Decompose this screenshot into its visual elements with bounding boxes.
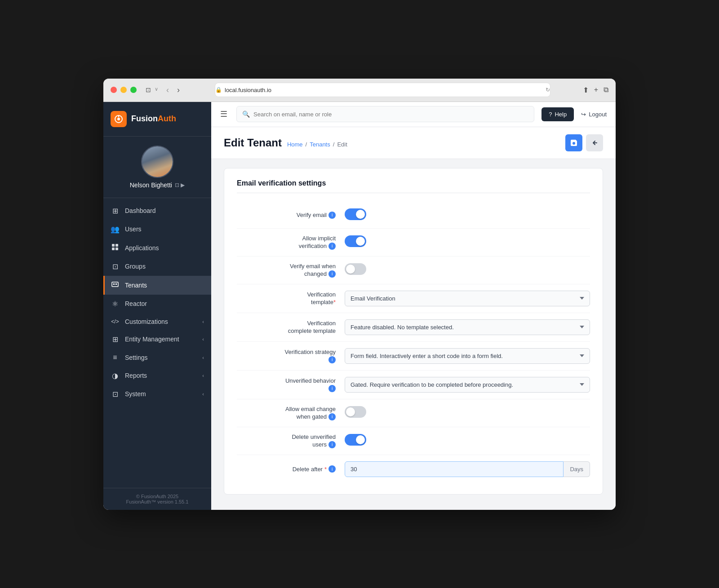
help-button[interactable]: ? Help — [541, 107, 574, 121]
search-input[interactable] — [253, 111, 528, 118]
unverified-behavior-info-icon[interactable]: i — [328, 385, 336, 392]
url-text: local.fusionauth.io — [225, 87, 271, 93]
allow-email-change-row: Allow email change when gated i — [237, 399, 590, 427]
sidebar-logo: FusionAuth — [103, 102, 211, 137]
search-box: 🔍 — [236, 106, 534, 122]
verification-template-select[interactable]: Email Verification — [345, 291, 590, 306]
customizations-icon: </> — [111, 318, 120, 325]
allow-implicit-label: Allow implicit verification i — [237, 235, 336, 250]
verification-complete-template-label: Verification complete template — [237, 320, 336, 334]
sidebar-item-entity-management[interactable]: ⊞ Entity Management ‹ — [103, 330, 211, 349]
maximize-button[interactable] — [130, 87, 137, 93]
back-button[interactable] — [586, 134, 603, 151]
sidebar-item-groups[interactable]: ⊡ Groups — [103, 257, 211, 276]
sidebar-item-label: Reactor — [125, 300, 147, 307]
verification-strategy-row: Verification strategy i Form field. Inte… — [237, 342, 590, 371]
delete-after-row: Delete after* i Days — [237, 455, 590, 483]
sidebar-item-label: Users — [125, 225, 142, 233]
breadcrumb-home[interactable]: Home — [287, 141, 303, 148]
allow-implicit-control — [345, 235, 590, 249]
breadcrumb-sep2: / — [333, 141, 335, 148]
save-button[interactable] — [565, 134, 582, 151]
logout-button[interactable]: ↪ Logout — [581, 111, 607, 118]
verification-template-select-wrapper: Email Verification — [345, 291, 590, 306]
verify-email-info-icon[interactable]: i — [328, 212, 336, 219]
traffic-lights — [111, 87, 137, 93]
chevron-icon: ‹ — [202, 391, 204, 397]
sidebar-item-label: Groups — [125, 263, 146, 270]
sidebar-nav: ⊞ Dashboard 👥 Users — [103, 198, 211, 488]
allow-email-change-toggle[interactable] — [345, 406, 366, 418]
verification-complete-template-select[interactable]: Feature disabled. No template selected. — [345, 319, 590, 335]
delete-after-info-icon[interactable]: i — [328, 465, 336, 473]
url-bar[interactable]: 🔒 local.fusionauth.io ↻ — [215, 83, 550, 97]
delete-after-control: Days — [345, 461, 590, 477]
sidebar-item-customizations[interactable]: </> Customizations ‹ — [103, 313, 211, 330]
delete-unverified-toggle[interactable] — [345, 434, 366, 446]
svg-rect-9 — [115, 283, 117, 285]
delete-after-input-group: Days — [345, 461, 590, 477]
allow-implicit-row: Allow implicit verification i — [237, 229, 590, 256]
section-title: Email verification settings — [237, 179, 590, 193]
page-header: Edit Tenant Home / Tenants / Edit — [211, 127, 616, 159]
sidebar-item-users[interactable]: 👥 Users — [103, 220, 211, 239]
sidebar-item-dashboard[interactable]: ⊞ Dashboard — [103, 202, 211, 220]
share-icon[interactable]: ⬆ — [583, 86, 589, 94]
delete-after-input[interactable] — [345, 461, 564, 477]
breadcrumb-tenants[interactable]: Tenants — [310, 141, 330, 148]
settings-icon: ≡ — [111, 354, 120, 362]
tenants-icon — [111, 281, 120, 290]
svg-point-1 — [117, 118, 120, 120]
verify-email-changed-row: Verify email when changed i — [237, 256, 590, 284]
sidebar-item-applications[interactable]: Applications — [103, 239, 211, 257]
back-nav-button[interactable]: ‹ — [164, 84, 172, 96]
sidebar-item-label: Applications — [125, 244, 159, 252]
verify-email-changed-control — [345, 263, 590, 277]
sidebar-item-label: Settings — [125, 354, 148, 361]
sidebar-item-label: Entity Management — [125, 336, 179, 343]
verify-email-changed-info-icon[interactable]: i — [328, 270, 336, 278]
delete-unverified-control — [345, 434, 590, 447]
allow-implicit-info-icon[interactable]: i — [328, 243, 336, 250]
user-name-display: Nelson Bighetti ⊡ ▶ — [130, 181, 185, 189]
help-icon: ? — [549, 111, 552, 118]
allow-email-change-info-icon[interactable]: i — [328, 413, 336, 420]
sidebar-item-tenants[interactable]: Tenants — [103, 276, 211, 295]
page-title: Edit Tenant — [224, 137, 282, 149]
allow-implicit-toggle[interactable] — [345, 235, 366, 247]
sidebar-item-reactor[interactable]: ⚛ Reactor — [103, 295, 211, 313]
chevron-icon: ‹ — [202, 319, 204, 324]
delete-unverified-info-icon[interactable]: i — [328, 441, 336, 448]
page-actions — [565, 134, 603, 151]
sidebar-item-system[interactable]: ⊡ System ‹ — [103, 385, 211, 403]
url-refresh-icon[interactable]: ↻ — [546, 87, 550, 93]
verification-strategy-select[interactable]: Form field. Interactively enter a short … — [345, 348, 590, 364]
logout-icon: ↪ — [581, 111, 586, 118]
verification-complete-template-row: Verification complete template Feature d… — [237, 313, 590, 342]
minimize-button[interactable] — [120, 87, 127, 93]
logo-text: FusionAuth — [131, 114, 176, 124]
close-button[interactable] — [111, 87, 117, 93]
sidebar-item-reports[interactable]: ◑ Reports ‹ — [103, 367, 211, 385]
user-icons: ⊡ ▶ — [175, 182, 185, 188]
sidebar-item-label: Tenants — [125, 282, 147, 289]
sidebar-user: Nelson Bighetti ⊡ ▶ — [103, 137, 211, 198]
svg-rect-3 — [112, 244, 115, 247]
breadcrumb: Home / Tenants / Edit — [287, 141, 347, 148]
users-icon: 👥 — [111, 225, 120, 234]
verify-email-toggle[interactable] — [345, 208, 366, 220]
tabs-icon[interactable]: ⧉ — [604, 86, 608, 94]
menu-icon[interactable]: ☰ — [220, 109, 227, 119]
verify-email-changed-toggle[interactable] — [345, 263, 366, 275]
verify-email-control — [345, 208, 590, 222]
new-tab-icon[interactable]: + — [594, 86, 598, 94]
verification-strategy-info-icon[interactable]: i — [328, 356, 336, 363]
verification-template-row: Verification template* Email Verificatio… — [237, 284, 590, 313]
reactor-icon: ⚛ — [111, 300, 120, 308]
sidebar-toggle[interactable]: ⊡ ∨ — [146, 86, 158, 93]
delete-unverified-row: Delete unverified users i — [237, 427, 590, 455]
unverified-behavior-select[interactable]: Gated. Require verification to be comple… — [345, 377, 590, 393]
svg-rect-8 — [113, 283, 115, 285]
forward-nav-button[interactable]: › — [174, 84, 182, 96]
sidebar-item-settings[interactable]: ≡ Settings ‹ — [103, 349, 211, 367]
